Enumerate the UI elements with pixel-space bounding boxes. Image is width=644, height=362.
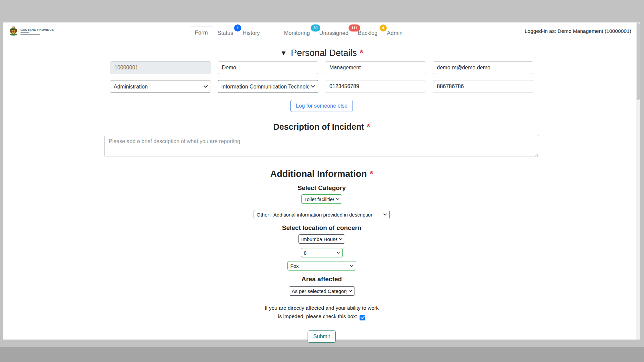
main-nav-tabs: Form Status 1 History Monitoring 30 Unas… [190,22,407,40]
unit-select-wrap: Information Communication Technology [218,80,319,93]
collapse-section-icon[interactable]: ▼ [280,49,287,57]
building-select[interactable]: Imbumba House [298,234,345,244]
category-select[interactable]: Toilet facilities [301,194,342,204]
required-marker: * [360,48,363,58]
alt-phone-field[interactable] [433,80,534,93]
tab-monitoring[interactable]: Monitoring 30 [279,27,315,40]
logo-subtext-line [20,32,29,33]
employee-id-field [110,61,211,74]
department-select-wrap: Administration [110,80,211,93]
unit-select[interactable]: Information Communication Technology [218,80,319,93]
select-category-label: Select Category [104,184,539,192]
logo-title: GAUTENG PROVINCE [20,28,54,32]
description-heading: Description of Incident* [104,122,539,132]
desktop-background-strip [0,347,644,362]
room-select-wrap: Fox [287,261,356,270]
description-textarea[interactable] [104,135,539,157]
building-select-wrap: Imbumba House [298,234,345,244]
app-window: GAUTENG PROVINCE Form Status 1 History M… [3,22,640,340]
area-select-wrap: As per selected Category [289,286,355,296]
required-marker: * [367,122,370,131]
additional-info-heading: Additional Information* [104,169,539,179]
category-select-wrap: Toilet facilities [301,194,342,204]
logged-in-user-label: Logged-in as: Demo Management (10000001) [525,28,631,34]
scrollbar-thumb[interactable] [637,23,640,100]
tab-unassigned[interactable]: Unassigned 111 [315,27,353,40]
coat-of-arms-icon [8,25,19,38]
tab-backlog[interactable]: Backlog 4 [353,27,382,40]
top-navbar: GAUTENG PROVINCE Form Status 1 History M… [3,22,640,39]
log-for-someone-else-button[interactable]: Log for someone else [290,100,353,112]
room-select[interactable]: Fox [287,261,356,270]
floor-select[interactable]: 8 [301,248,343,257]
tab-status[interactable]: Status 1 [213,27,238,40]
location-of-concern-label: Select location of concern [104,224,539,232]
tab-admin[interactable]: Admin [382,27,408,40]
gauteng-province-logo: GAUTENG PROVINCE [8,25,54,38]
logo-text: GAUTENG PROVINCE [20,28,54,35]
directly-affected-row: If you are directly affected and your ab… [263,304,380,321]
email-field[interactable] [433,61,534,74]
directly-affected-checkbox[interactable] [360,315,365,320]
phone-field[interactable] [325,80,426,93]
tab-history[interactable]: History [238,27,264,40]
required-marker: * [370,169,373,179]
tab-form[interactable]: Form [190,26,213,40]
incident-form: ▼Personal Details* Administration Inform… [104,48,539,343]
area-affected-label: Area affected [104,276,539,283]
area-select[interactable]: As per selected Category [289,286,355,296]
logo-subtext-line [20,34,40,35]
subcategory-select-wrap: Other - Additional information provided … [254,210,390,219]
submit-button[interactable]: Submit [308,330,336,343]
floor-select-wrap: 8 [301,248,343,257]
subcategory-select[interactable]: Other - Additional information provided … [254,210,390,219]
page-scrollbar[interactable] [636,22,640,340]
department-select[interactable]: Administration [110,80,211,93]
first-name-field[interactable] [218,61,319,74]
personal-details-grid: Administration Information Communication… [110,61,533,93]
last-name-field[interactable] [325,61,426,74]
personal-details-heading: ▼Personal Details* [104,48,539,58]
